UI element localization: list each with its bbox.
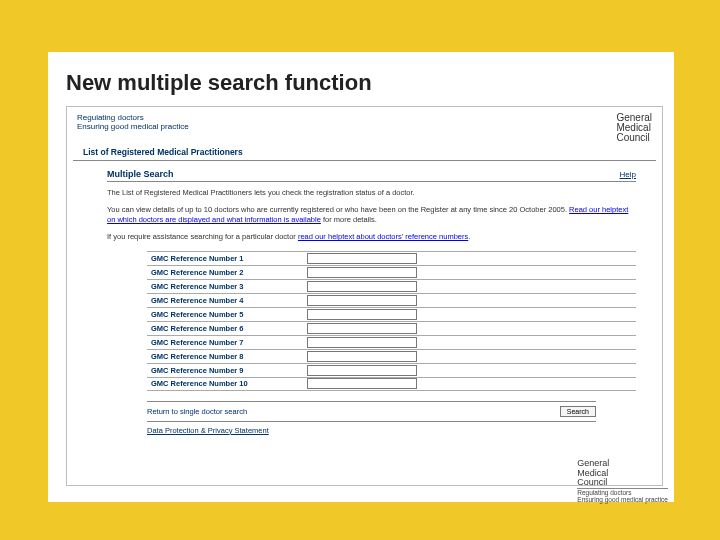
footer-sub: Regulating doctors Ensuring good medical…: [577, 488, 668, 504]
form-row: GMC Reference Number 9: [147, 363, 636, 377]
slide-title: New multiple search function: [66, 70, 660, 96]
gmc-reference-input-5[interactable]: [307, 309, 417, 320]
field-label: GMC Reference Number 10: [147, 379, 307, 388]
gmc-reference-input-8[interactable]: [307, 351, 417, 362]
slide-body: New multiple search function Regulating …: [48, 52, 674, 502]
gmc-reference-input-4[interactable]: [307, 295, 417, 306]
list-title: List of Registered Medical Practitioners: [73, 147, 656, 161]
form-row: GMC Reference Number 2: [147, 265, 636, 279]
intro-paragraph-1: The List of Registered Medical Practitio…: [107, 188, 636, 198]
form-row: GMC Reference Number 5: [147, 307, 636, 321]
field-label: GMC Reference Number 9: [147, 366, 307, 375]
field-label: GMC Reference Number 7: [147, 338, 307, 347]
help-link[interactable]: Help: [620, 170, 636, 179]
browser-window: Regulating doctors Ensuring good medical…: [66, 106, 663, 486]
gmc-reference-input-6[interactable]: [307, 323, 417, 334]
field-label: GMC Reference Number 3: [147, 282, 307, 291]
gmc-reference-input-2[interactable]: [307, 267, 417, 278]
field-label: GMC Reference Number 2: [147, 268, 307, 277]
field-label: GMC Reference Number 1: [147, 254, 307, 263]
form-row: GMC Reference Number 7: [147, 335, 636, 349]
header-tagline: Regulating doctors Ensuring good medical…: [77, 113, 189, 131]
field-label: GMC Reference Number 8: [147, 352, 307, 361]
gmc-logo-line3: Council: [616, 133, 652, 143]
form-row: GMC Reference Number 8: [147, 349, 636, 363]
form-row: GMC Reference Number 3: [147, 279, 636, 293]
helptext-refnum-link[interactable]: read our helptext about doctors' referen…: [298, 232, 468, 241]
field-label: GMC Reference Number 4: [147, 296, 307, 305]
search-button[interactable]: Search: [560, 406, 596, 417]
para3-text-a: If you require assistance searching for …: [107, 232, 298, 241]
gmc-reference-input-3[interactable]: [307, 281, 417, 292]
window-header: Regulating doctors Ensuring good medical…: [67, 107, 662, 147]
form-row: GMC Reference Number 6: [147, 321, 636, 335]
gmc-reference-input-7[interactable]: [307, 337, 417, 348]
form-row: GMC Reference Number 1: [147, 251, 636, 265]
field-label: GMC Reference Number 6: [147, 324, 307, 333]
tagline-line2: Ensuring good medical practice: [77, 122, 189, 131]
return-single-search-link[interactable]: Return to single doctor search: [147, 407, 247, 416]
section-heading-row: Multiple Search Help: [107, 169, 636, 182]
field-label: GMC Reference Number 5: [147, 310, 307, 319]
intro-paragraph-2: You can view details of up to 10 doctors…: [107, 205, 636, 225]
slide-footer-logo: General Medical Council Regulating docto…: [577, 459, 668, 504]
multiple-search-heading: Multiple Search: [107, 169, 174, 179]
para2-text-a: You can view details of up to 10 doctors…: [107, 205, 569, 214]
form-row: GMC Reference Number 10: [147, 377, 636, 391]
para3-text-b: .: [468, 232, 470, 241]
tagline-line1: Regulating doctors: [77, 113, 189, 122]
gmc-reference-input-1[interactable]: [307, 253, 417, 264]
content-area: Multiple Search Help The List of Registe…: [67, 161, 662, 439]
form-footer-row: Return to single doctor search Search: [147, 401, 596, 422]
form-row: GMC Reference Number 4: [147, 293, 636, 307]
intro-paragraph-3: If you require assistance searching for …: [107, 232, 636, 242]
data-protection-link[interactable]: Data Protection & Privacy Statement: [147, 426, 269, 435]
footer-sub-line2: Ensuring good medical practice: [577, 497, 668, 504]
para2-text-b: for more details.: [321, 215, 377, 224]
gmc-logo: General Medical Council: [616, 113, 652, 143]
gmc-reference-input-9[interactable]: [307, 365, 417, 376]
gmc-reference-input-10[interactable]: [307, 378, 417, 389]
reference-number-form: GMC Reference Number 1GMC Reference Numb…: [147, 251, 636, 391]
footer-org-line3: Council: [577, 478, 668, 487]
